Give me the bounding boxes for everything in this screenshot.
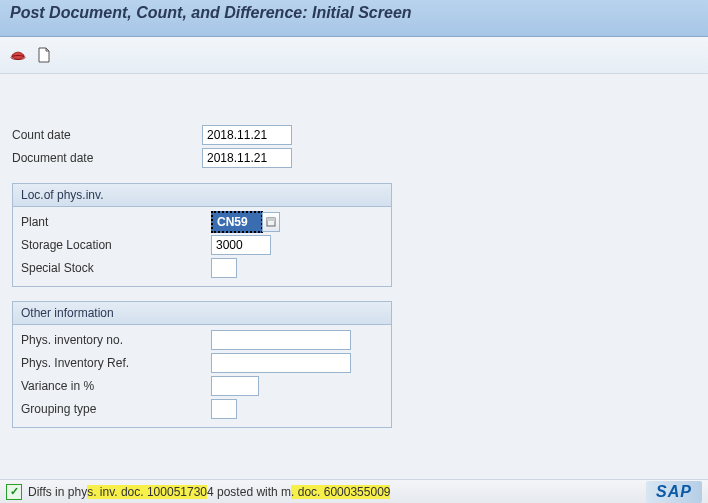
plant-label: Plant — [21, 215, 211, 229]
main-content: Count date Document date Loc.of phys.inv… — [0, 74, 708, 497]
other-group-header: Other information — [13, 302, 391, 325]
special-stock-input[interactable] — [211, 258, 237, 278]
count-date-input[interactable] — [202, 125, 292, 145]
window-title: Post Document, Count, and Difference: In… — [0, 0, 708, 37]
count-date-label: Count date — [12, 128, 202, 142]
grouping-type-label: Grouping type — [21, 402, 211, 416]
plant-f4-help-icon[interactable] — [262, 212, 280, 232]
phys-inv-ref-label: Phys. Inventory Ref. — [21, 356, 211, 370]
other-group: Other information Phys. inventory no. Ph… — [12, 301, 392, 428]
storage-location-label: Storage Location — [21, 238, 211, 252]
plant-input[interactable] — [211, 211, 263, 233]
svg-rect-2 — [267, 218, 275, 221]
storage-location-input[interactable] — [211, 235, 271, 255]
loc-group: Loc.of phys.inv. Plant Storage Location … — [12, 183, 392, 287]
app-toolbar — [0, 37, 708, 74]
success-icon: ✓ — [6, 484, 22, 500]
document-date-label: Document date — [12, 151, 202, 165]
grouping-type-input[interactable] — [211, 399, 237, 419]
loc-group-header: Loc.of phys.inv. — [13, 184, 391, 207]
variance-label: Variance in % — [21, 379, 211, 393]
new-document-icon[interactable] — [34, 45, 54, 65]
phys-inv-no-input[interactable] — [211, 330, 351, 350]
variance-input[interactable] — [211, 376, 259, 396]
phys-inv-ref-input[interactable] — [211, 353, 351, 373]
hat-icon[interactable] — [8, 45, 28, 65]
status-bar: ✓ Diffs in phys. inv. doc. 1000517304 po… — [0, 479, 708, 503]
document-date-input[interactable] — [202, 148, 292, 168]
sap-logo: SAP — [646, 481, 702, 503]
special-stock-label: Special Stock — [21, 261, 211, 275]
status-message: Diffs in phys. inv. doc. 1000517304 post… — [28, 485, 646, 499]
phys-inv-no-label: Phys. inventory no. — [21, 333, 211, 347]
